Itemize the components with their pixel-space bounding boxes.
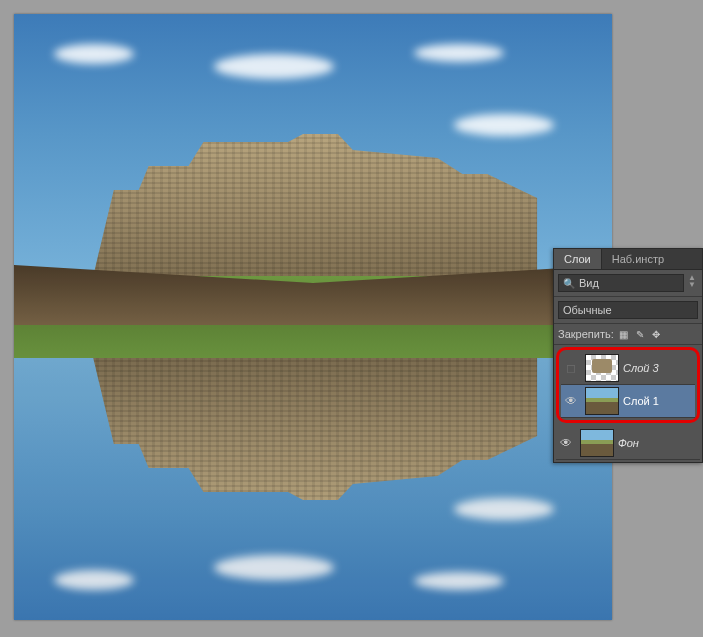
cloud [414, 44, 504, 62]
blend-mode-select[interactable]: Обычные [558, 301, 698, 319]
tab-layers[interactable]: Слои [554, 249, 602, 269]
lock-move-icon[interactable]: ✥ [650, 328, 662, 340]
layer-name[interactable]: Фон [618, 437, 700, 449]
layer-thumbnail[interactable] [585, 387, 619, 415]
layer-row[interactable]: 👁 Слой 1 [561, 385, 695, 418]
layer-filter-row: 🔍 Вид ▲▼ [554, 270, 702, 297]
layers-panel: Слои Наб.инстр 🔍 Вид ▲▼ Обычные Закрепит… [553, 248, 703, 463]
layer-name[interactable]: Слой 1 [623, 395, 695, 407]
layer-row[interactable]: 👁 Фон [556, 427, 700, 460]
lock-transparency-icon[interactable]: ▦ [618, 328, 630, 340]
canvas[interactable] [14, 14, 612, 620]
lock-row: Закрепить: ▦ ✎ ✥ [554, 324, 702, 345]
cloud [54, 44, 134, 64]
visibility-toggle[interactable]: ◻ [561, 361, 581, 375]
lock-brush-icon[interactable]: ✎ [634, 328, 646, 340]
layer-filter-select[interactable]: 🔍 Вид [558, 274, 684, 292]
tab-presets[interactable]: Наб.инстр [602, 249, 674, 269]
layer-thumbnail[interactable] [580, 429, 614, 457]
panel-tabs: Слои Наб.инстр [554, 249, 702, 270]
reflection-region [14, 317, 612, 620]
lock-label: Закрепить: [558, 328, 614, 340]
layer-thumbnail[interactable] [585, 354, 619, 382]
visibility-toggle[interactable]: 👁 [561, 394, 581, 408]
layer-name[interactable]: Слой 3 [623, 362, 695, 374]
layers-list: 👁 Фон [554, 425, 702, 462]
blend-mode-row: Обычные [554, 297, 702, 324]
highlight-annotation: ◻ Слой 3 👁 Слой 1 [556, 347, 700, 423]
filter-stepper[interactable]: ▲▼ [686, 274, 698, 292]
filter-label: Вид [579, 277, 599, 289]
visibility-toggle[interactable]: 👁 [556, 436, 576, 450]
castle-region [14, 64, 612, 294]
layer-row[interactable]: ◻ Слой 3 [561, 352, 695, 385]
castle-shape [64, 134, 562, 294]
search-icon: 🔍 [563, 278, 575, 289]
